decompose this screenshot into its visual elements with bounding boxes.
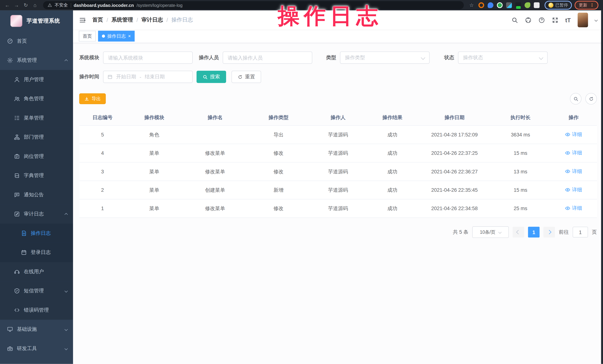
sidebar-item-dictionaries[interactable]: 字典管理 — [0, 166, 73, 185]
tag-close-icon[interactable]: × — [128, 34, 131, 38]
extension-green-icon[interactable] — [497, 2, 503, 8]
module-input[interactable] — [103, 51, 193, 64]
sidebar-item-sms[interactable]: 短信管理 — [0, 281, 73, 300]
chevron-up-icon — [65, 213, 67, 215]
sidebar-item-devtools[interactable]: 研发工具 — [0, 339, 73, 358]
chevron-down-icon — [65, 290, 67, 292]
refresh-icon-button[interactable] — [585, 93, 597, 104]
sidebar-menu: 首页系统管理用户管理角色管理菜单管理部门管理岗位管理字典管理通知公告审计日志操作… — [0, 32, 73, 358]
status-label: 状态 — [444, 54, 454, 61]
extension-twotone-icon[interactable] — [506, 2, 512, 8]
screenshot-stage: ← → ↻ ⌂ 不安全 dashboard.yudao.iocoder.cn /… — [0, 0, 603, 364]
date-range-picker[interactable]: 开始日期 - 结束日期 — [103, 71, 193, 83]
sidebar-item-operate-log[interactable]: 操作日志 — [0, 224, 73, 243]
table-cell: 菜单 — [126, 205, 183, 212]
table-cell: 修改菜单 — [183, 205, 247, 212]
reset-button[interactable]: 重置 — [232, 71, 261, 83]
document-icon — [21, 230, 27, 236]
profile-paused-badge[interactable]: 已暂停 — [545, 1, 572, 10]
table-cell: 4 — [79, 150, 126, 156]
address-bar[interactable]: 不安全 dashboard.yudao.iocoder.cn /system/l… — [43, 1, 464, 9]
export-button[interactable]: 导出 — [79, 93, 106, 104]
table-cell-actions: 详细 — [550, 131, 597, 138]
extension-orange-icon[interactable] — [478, 2, 484, 8]
org-tree-icon — [14, 134, 20, 140]
sidebar-item-label: 通知公告 — [24, 191, 44, 198]
operator-input[interactable] — [223, 51, 312, 64]
next-page-button[interactable] — [543, 227, 555, 237]
detail-link[interactable]: 详细 — [565, 186, 582, 193]
sidebar-item-roles[interactable]: 角色管理 — [0, 89, 73, 108]
app-logo-row[interactable]: 芋道管理系统 — [0, 11, 73, 32]
chevron-down-icon — [499, 231, 502, 234]
sidebar-item-menus[interactable]: 菜单管理 — [0, 108, 73, 128]
sidebar-item-system[interactable]: 系统管理 — [0, 51, 73, 70]
chevron-down-icon — [421, 55, 425, 60]
user-avatar[interactable] — [578, 13, 588, 27]
type-select-placeholder: 操作类型 — [345, 54, 365, 61]
browser-home-icon[interactable]: ⌂ — [31, 0, 39, 11]
table-cell-actions: 详细 — [550, 149, 597, 157]
browser-forward-icon[interactable]: → — [12, 0, 21, 11]
page-size-select[interactable]: 10条/页 — [472, 226, 509, 238]
detail-link[interactable]: 详细 — [565, 131, 582, 138]
sidebar-item-error-codes[interactable]: 错误码管理 — [0, 300, 73, 320]
extension-leaf-icon[interactable] — [525, 2, 530, 8]
browser-reload-icon[interactable]: ↻ — [22, 0, 30, 11]
breadcrumb-item[interactable]: 审计日志 — [141, 17, 163, 23]
extension-drop-icon[interactable] — [488, 2, 493, 8]
status-select[interactable]: 操作状态 — [458, 51, 548, 64]
breadcrumb: 首页/系统管理/审计日志/操作日志 — [92, 17, 193, 23]
search-button[interactable]: 搜索 — [197, 71, 226, 83]
table-cell: 芋道源码 — [310, 168, 366, 175]
breadcrumb-separator: / — [106, 17, 108, 23]
avatar-caret-icon[interactable] — [595, 19, 597, 21]
breadcrumb-item[interactable]: 系统管理 — [111, 17, 133, 23]
start-date-placeholder: 开始日期 — [116, 73, 136, 80]
table-cell: 2 — [79, 187, 126, 193]
dictionary-icon — [14, 173, 20, 179]
sidebar-item-infrastructure[interactable]: 基础设施 — [0, 320, 73, 339]
browser-back-icon[interactable]: ← — [3, 0, 12, 11]
tag-item[interactable]: 首页 — [79, 31, 96, 42]
type-select[interactable]: 操作类型 — [340, 51, 429, 64]
sidebar-item-home[interactable]: 首页 — [0, 32, 73, 51]
sidebar-item-login-log[interactable]: 登录日志 — [0, 243, 73, 262]
font-size-icon[interactable]: tT — [565, 17, 571, 23]
breadcrumb-item[interactable]: 首页 — [92, 17, 103, 23]
goto-page-input[interactable] — [573, 227, 588, 237]
sidebar-item-online-users[interactable]: 在线用户 — [0, 262, 73, 281]
detail-link-label: 详细 — [572, 168, 582, 175]
help-icon[interactable] — [538, 17, 545, 23]
window-scrollbar[interactable] — [601, 11, 603, 364]
page-content: 系统模块 操作人员 类型 操作类型 — [73, 43, 603, 364]
fullscreen-icon[interactable] — [552, 17, 558, 23]
browser-menu-kebab-icon[interactable]: ⋮ — [590, 3, 594, 8]
browser-update-button[interactable]: 更新 ⋮ — [575, 1, 598, 10]
sidebar-item-label: 系统管理 — [17, 57, 37, 64]
sidebar-collapse-icon[interactable] — [79, 17, 86, 23]
tag-active[interactable]: 操作日志× — [98, 31, 135, 42]
sidebar-item-posts[interactable]: 岗位管理 — [0, 147, 73, 166]
table-cell: 修改 — [247, 205, 310, 212]
hide-search-icon-button[interactable] — [570, 93, 581, 104]
table-cell: 13 ms — [491, 169, 550, 175]
detail-link[interactable]: 详细 — [565, 168, 582, 175]
sidebar-item-departments[interactable]: 部门管理 — [0, 128, 73, 147]
prev-page-button[interactable] — [513, 227, 524, 237]
app-title: 芋道管理系统 — [27, 17, 60, 24]
github-icon[interactable] — [525, 17, 531, 23]
extensions-puzzle-icon[interactable] — [534, 2, 539, 8]
sidebar-item-label: 岗位管理 — [24, 153, 44, 160]
sidebar-item-users[interactable]: 用户管理 — [0, 70, 73, 89]
sidebar-item-notices[interactable]: 通知公告 — [0, 185, 73, 205]
sidebar-item-audit-log[interactable]: 审计日志 — [0, 204, 73, 224]
browser-toolbar: ← → ↻ ⌂ 不安全 dashboard.yudao.iocoder.cn /… — [0, 0, 603, 11]
search-icon[interactable] — [511, 17, 518, 23]
detail-link[interactable]: 详细 — [565, 149, 582, 156]
extension-on-badge-icon[interactable] — [515, 2, 521, 8]
sidebar-item-label: 角色管理 — [24, 95, 44, 102]
detail-link[interactable]: 详细 — [565, 205, 582, 212]
current-page-button[interactable]: 1 — [528, 227, 539, 237]
bookmark-star-icon[interactable]: ☆ — [469, 2, 474, 8]
